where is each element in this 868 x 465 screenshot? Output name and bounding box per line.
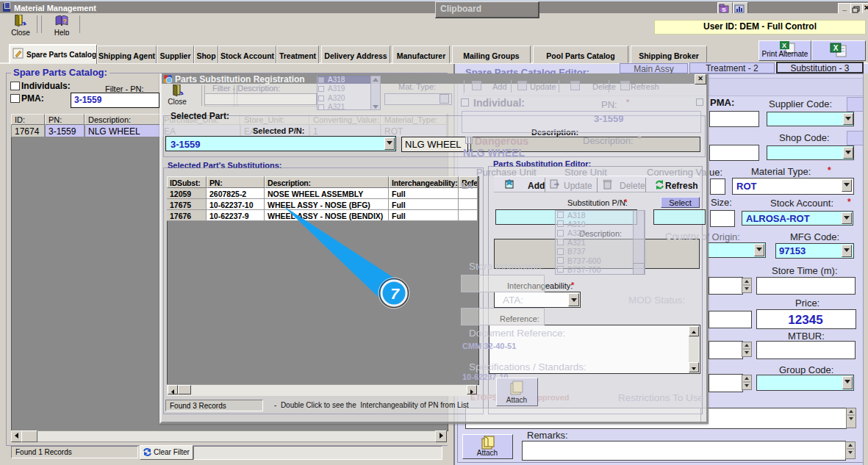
svg-text:7: 7 (390, 285, 400, 302)
svg-text:X: X (782, 42, 786, 49)
svg-text:X: X (833, 44, 839, 52)
